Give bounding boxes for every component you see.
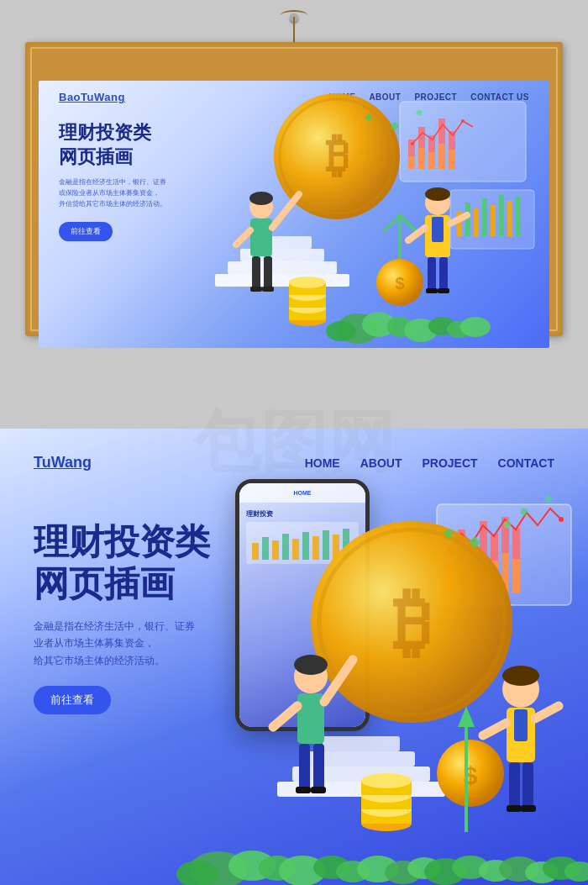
svg-rect-21 xyxy=(516,197,521,236)
svg-rect-115 xyxy=(514,709,528,741)
svg-rect-118 xyxy=(522,762,533,809)
svg-line-37 xyxy=(236,230,250,245)
svg-text:$: $ xyxy=(395,274,404,292)
svg-rect-107 xyxy=(313,744,324,790)
bottom-frame: TuWang HOME ABOUT PROJECT CONTACT 理财投资类网… xyxy=(0,429,588,885)
svg-rect-95 xyxy=(512,559,520,593)
svg-rect-44 xyxy=(439,257,448,291)
illustration-top: ₿ xyxy=(39,81,549,348)
svg-point-30 xyxy=(249,192,273,205)
svg-rect-117 xyxy=(509,762,520,809)
svg-rect-33 xyxy=(264,256,272,290)
svg-point-113 xyxy=(502,666,539,686)
svg-point-131 xyxy=(361,773,412,788)
svg-rect-26 xyxy=(228,261,337,274)
svg-point-60 xyxy=(326,321,356,341)
svg-rect-34 xyxy=(250,287,262,292)
svg-line-121 xyxy=(535,706,559,719)
svg-rect-19 xyxy=(499,194,504,236)
svg-rect-32 xyxy=(252,256,260,290)
svg-line-111 xyxy=(273,706,297,727)
illustration-bottom: ₿ $ xyxy=(0,429,588,885)
svg-rect-16 xyxy=(474,208,479,236)
svg-rect-9 xyxy=(418,148,425,169)
svg-line-48 xyxy=(408,228,425,240)
svg-point-7 xyxy=(461,119,465,123)
svg-rect-17 xyxy=(482,198,487,236)
svg-text:₿: ₿ xyxy=(393,581,431,665)
svg-rect-12 xyxy=(449,150,455,169)
svg-point-39 xyxy=(425,187,450,201)
svg-rect-25 xyxy=(215,274,349,287)
svg-point-6 xyxy=(411,142,414,145)
svg-point-57 xyxy=(289,277,326,288)
svg-rect-102 xyxy=(323,736,400,751)
svg-rect-106 xyxy=(299,744,310,790)
svg-rect-109 xyxy=(311,787,326,793)
svg-rect-11 xyxy=(438,144,445,169)
frame-canvas-top: BaoTuWang HOME ABOUT PROJECT CONTACT US … xyxy=(39,81,549,348)
svg-rect-20 xyxy=(507,201,512,236)
svg-rect-41 xyxy=(432,217,444,242)
svg-rect-155 xyxy=(544,495,553,503)
svg-point-104 xyxy=(294,655,328,675)
svg-line-36 xyxy=(272,194,299,228)
hanger-string-top xyxy=(293,17,295,44)
svg-rect-18 xyxy=(491,205,496,236)
svg-point-65 xyxy=(460,317,491,337)
svg-rect-43 xyxy=(428,257,436,291)
svg-point-88 xyxy=(559,517,564,522)
svg-rect-119 xyxy=(507,805,522,812)
svg-rect-31 xyxy=(250,219,272,256)
svg-rect-10 xyxy=(428,152,435,169)
top-frame: BaoTuWang HOME ABOUT PROJECT CONTACT US … xyxy=(25,17,563,336)
svg-rect-35 xyxy=(262,287,274,292)
svg-rect-120 xyxy=(521,805,536,812)
svg-rect-108 xyxy=(296,787,311,793)
svg-rect-46 xyxy=(438,288,449,293)
svg-text:₿: ₿ xyxy=(326,129,349,182)
svg-line-122 xyxy=(483,723,507,735)
svg-rect-45 xyxy=(426,288,438,293)
svg-rect-8 xyxy=(408,156,415,169)
frame-wood-top: BaoTuWang HOME ABOUT PROJECT CONTACT US … xyxy=(25,42,563,336)
